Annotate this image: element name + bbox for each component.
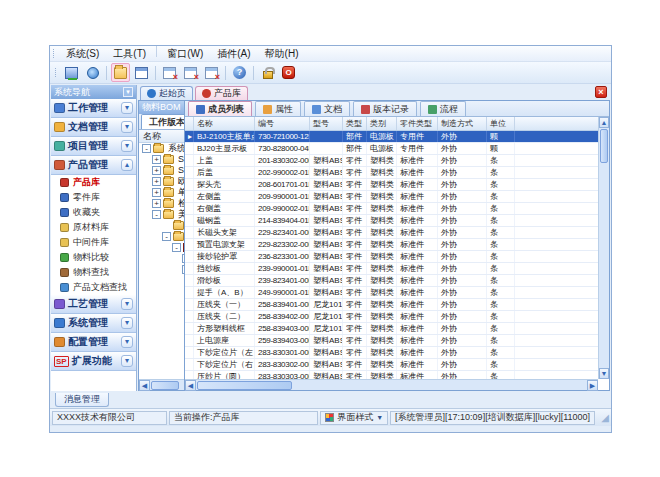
table-row[interactable]: 下纱定位片（左）283-830301-00I塑料ABS零件塑料类标准件外协条: [185, 347, 598, 359]
sidebar-group-系统管理[interactable]: 系统管理▾: [51, 314, 136, 333]
table-row[interactable]: 左侧盖209-990001-01I塑料ABS零件塑料类标准件外协条: [185, 191, 598, 203]
collapse-icon[interactable]: -: [162, 232, 171, 241]
sidebar-item-中间件库[interactable]: 中间件库: [51, 235, 136, 250]
sidebar-group-产品管理[interactable]: 产品管理▴: [51, 156, 136, 175]
tab-流程[interactable]: 流程: [420, 101, 466, 116]
sidebar-group-工艺管理[interactable]: 工艺管理▾: [51, 295, 136, 314]
sidebar-group-工作管理[interactable]: 工作管理▾: [51, 99, 136, 118]
column-header-indicator[interactable]: [185, 117, 194, 130]
collapse-icon[interactable]: -: [142, 144, 151, 153]
resize-grip[interactable]: ◢: [597, 411, 609, 425]
folder-window-icon-button[interactable]: [111, 63, 130, 82]
table-row[interactable]: 长磁头支架229-823401-00I塑料ABS零件塑料类标准件外协条: [185, 227, 598, 239]
menu-item-4[interactable]: 插件(A): [210, 46, 257, 61]
sidebar-item-物料比较[interactable]: 物料比较: [51, 250, 136, 265]
table-row[interactable]: 上盖201-830302-00I塑料ABS零件塑料类标准件外协条: [185, 155, 598, 167]
tree-hscroll-thumb[interactable]: [151, 381, 179, 390]
shutdown-icon-button[interactable]: O: [279, 63, 298, 82]
table-row[interactable]: 右侧盖209-990002-01I塑料ABS零件塑料类标准件外协条: [185, 203, 598, 215]
table-vertical-scrollbar[interactable]: ▲ ▼: [598, 117, 609, 379]
ui-style-selector[interactable]: 界面样式 ▼: [320, 411, 388, 425]
sidebar-item-产品库[interactable]: 产品库: [51, 175, 136, 190]
tab-属性[interactable]: 属性: [255, 101, 301, 116]
table-row[interactable]: 下纱定位片（右）283-830302-00I塑料ABS零件塑料类标准件外协条: [185, 359, 598, 371]
table-row[interactable]: 压线夹（二）258-839402-00I尼龙1010零件塑料类标准件外协条: [185, 311, 598, 323]
table-row[interactable]: 挡纱板239-990001-01I塑料ABS零件塑料类标准件外协条: [185, 263, 598, 275]
table-row[interactable]: 后盖202-990002-01I塑料ABS零件塑料类标准件外协条: [185, 167, 598, 179]
menu-item-1[interactable]: 系统(S): [59, 46, 106, 61]
close-tab-icon[interactable]: ×: [595, 86, 607, 98]
scroll-left-icon[interactable]: ◀: [185, 380, 196, 391]
table-row[interactable]: ▸BJ-2100主板单点730-721000-12I部件电源板专用件外协颗: [185, 131, 598, 143]
sidebar-group-项目管理[interactable]: 项目管理▾: [51, 137, 136, 156]
chevron-down-icon[interactable]: ▾: [121, 355, 133, 367]
sidebar-item-产品文档查找[interactable]: 产品文档查找: [51, 280, 136, 295]
column-header-类型[interactable]: 类型: [343, 117, 367, 130]
layout-window-icon-button[interactable]: [132, 63, 151, 82]
tab-版本记录[interactable]: 版本记录: [353, 101, 417, 116]
scroll-right-icon[interactable]: ▶: [587, 380, 598, 391]
help-icon-button[interactable]: ?: [230, 63, 249, 82]
column-header-类别[interactable]: 类别: [367, 117, 397, 130]
collapse-icon[interactable]: -: [152, 210, 161, 219]
table-scroll-thumb[interactable]: [600, 129, 608, 163]
chevron-down-icon[interactable]: ▾: [121, 298, 133, 310]
tab-产品库[interactable]: 产品库: [195, 86, 248, 100]
table-row[interactable]: 预置电源支架229-823302-00I塑料ABS零件塑料类标准件外协条: [185, 239, 598, 251]
column-header-单位[interactable]: 单位: [487, 117, 515, 130]
expand-icon[interactable]: +: [152, 166, 161, 175]
column-header-制造方式[interactable]: 制造方式: [438, 117, 487, 130]
expand-icon[interactable]: +: [152, 188, 161, 197]
table-row[interactable]: 提手（A、B）249-990001-01I塑料ABS零件塑料类标准件外协条: [185, 287, 598, 299]
table-horizontal-scrollbar[interactable]: ◀ ▶: [185, 379, 598, 390]
chevron-up-icon[interactable]: ▴: [121, 159, 133, 171]
globe-icon-button[interactable]: [83, 63, 102, 82]
chevron-down-icon[interactable]: ▾: [121, 121, 133, 133]
scroll-down-icon[interactable]: ▼: [599, 368, 609, 379]
tab-起始页[interactable]: 起始页: [140, 86, 193, 100]
close-window-icon-3-button[interactable]: [202, 63, 221, 82]
chevron-down-icon[interactable]: ▾: [121, 317, 133, 329]
column-header-名称[interactable]: 名称: [194, 117, 255, 130]
menu-item-5[interactable]: 帮助(H): [258, 46, 306, 61]
sidebar-group-配置管理[interactable]: 配置管理▾: [51, 333, 136, 352]
collapse-icon[interactable]: -: [172, 243, 181, 252]
lock-icon-button[interactable]: [258, 63, 277, 82]
sidebar-item-物料查找[interactable]: 物料查找: [51, 265, 136, 280]
table-row[interactable]: 压线夹（一）258-839401-00I尼龙1010零件塑料类标准件外协条: [185, 299, 598, 311]
table-row[interactable]: 磁钢盖214-839404-01I塑料ABS零件塑料类标准件外协条: [185, 215, 598, 227]
sidebar-group-扩展功能[interactable]: SP扩展功能▾: [51, 352, 136, 371]
table-row[interactable]: 方形塑料线框258-839403-00I尼龙1010零件塑料类标准件外协条: [185, 323, 598, 335]
scroll-left-icon[interactable]: ◀: [139, 380, 150, 391]
scroll-up-icon[interactable]: ▲: [599, 117, 609, 128]
table-row[interactable]: BJ20主显示板730-828000-04I部件电源板专用件外协颗: [185, 143, 598, 155]
chevron-down-icon[interactable]: ▾: [121, 140, 133, 152]
table-row[interactable]: 接纱轮护罩236-823301-00I塑料ABS零件塑料类标准件外协条: [185, 251, 598, 263]
sidebar-options-icon[interactable]: ▾: [123, 87, 133, 97]
sidebar-item-原材料库[interactable]: 原材料库: [51, 220, 136, 235]
table-row[interactable]: 探头壳208-601701-01I塑料ABS零件塑料类标准件外协条: [185, 179, 598, 191]
close-window-icon-1-button[interactable]: [160, 63, 179, 82]
message-panel-tab[interactable]: 消息管理: [55, 393, 109, 407]
sidebar-item-零件库[interactable]: 零件库: [51, 190, 136, 205]
expand-icon[interactable]: +: [152, 155, 161, 164]
menu-item-3[interactable]: 窗口(W): [160, 46, 210, 61]
expand-icon[interactable]: +: [152, 177, 161, 186]
chevron-down-icon[interactable]: ▾: [121, 102, 133, 114]
close-window-icon-2-button[interactable]: [181, 63, 200, 82]
table-row[interactable]: 上电源座259-839403-00I塑料ABS零件塑料类标准件外协条: [185, 335, 598, 347]
tab-文档[interactable]: 文档: [304, 101, 350, 116]
sidebar-group-文档管理[interactable]: 文档管理▾: [51, 118, 136, 137]
table-row[interactable]: 压纱片（圆）283-830303-00I塑料ABS零件塑料类标准件外协条: [185, 371, 598, 379]
column-header-零件类型[interactable]: 零件类型: [397, 117, 438, 130]
sync-monitor-icon-button[interactable]: [62, 63, 81, 82]
column-header-编号[interactable]: 编号: [255, 117, 310, 130]
chevron-down-icon[interactable]: ▾: [121, 336, 133, 348]
sidebar-item-收藏夹[interactable]: 收藏夹: [51, 205, 136, 220]
table-hscroll-thumb[interactable]: [197, 381, 292, 390]
tab-成员列表[interactable]: 成员列表: [188, 101, 252, 116]
menu-item-2[interactable]: 工具(T): [106, 46, 153, 61]
column-header-型号[interactable]: 型号: [310, 117, 343, 130]
expand-icon[interactable]: +: [152, 199, 161, 208]
table-row[interactable]: 滑纱板239-823401-00I塑料ABS零件塑料类标准件外协条: [185, 275, 598, 287]
